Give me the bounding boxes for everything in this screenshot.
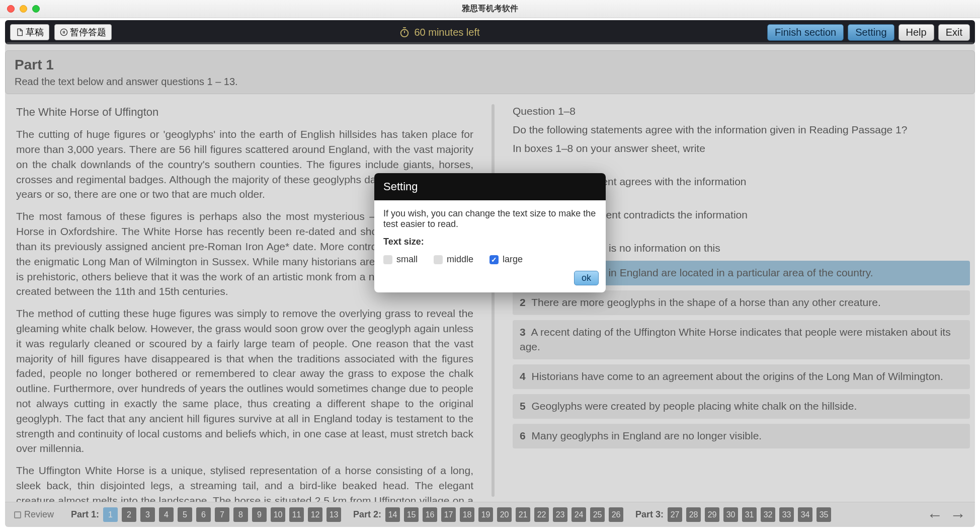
window-title: 雅思哥机考软件 — [462, 4, 518, 14]
timer-text: 60 minutes left — [414, 27, 479, 38]
maximize-window-button[interactable] — [32, 5, 40, 13]
modal-overlay[interactable]: Setting If you wish, you can change the … — [5, 42, 975, 527]
svg-point-0 — [60, 29, 67, 35]
help-button[interactable]: Help — [899, 24, 934, 41]
dialog-footer: ok — [374, 271, 606, 292]
toolbar: 草稿 暂停答题 60 minutes left Finish section S… — [5, 20, 975, 44]
close-window-button[interactable] — [7, 5, 15, 13]
minimize-window-button[interactable] — [20, 5, 27, 13]
stopwatch-icon — [399, 27, 410, 38]
traffic-lights — [0, 5, 40, 13]
pause-label: 暂停答题 — [70, 26, 106, 38]
size-large-checkbox[interactable]: large — [489, 254, 523, 265]
pause-icon — [60, 28, 68, 36]
pause-button[interactable]: 暂停答题 — [54, 24, 112, 40]
finish-section-button[interactable]: Finish section — [767, 24, 844, 41]
window-titlebar: 雅思哥机考软件 — [0, 0, 980, 18]
text-size-options: small middle large — [383, 254, 597, 265]
setting-button[interactable]: Setting — [848, 24, 894, 41]
document-icon — [16, 28, 24, 36]
timer: 60 minutes left — [117, 27, 762, 38]
dialog-text: If you wish, you can change the text siz… — [383, 208, 597, 230]
toolbar-right: Finish section Setting Help Exit — [767, 24, 970, 41]
size-small-checkbox[interactable]: small — [383, 254, 418, 265]
draft-label: 草稿 — [26, 26, 44, 38]
svg-rect-1 — [63, 31, 63, 33]
dialog-body: If you wish, you can change the text siz… — [374, 200, 606, 271]
svg-rect-2 — [64, 31, 65, 33]
ok-button[interactable]: ok — [574, 271, 599, 285]
size-middle-checkbox[interactable]: middle — [434, 254, 473, 265]
draft-button[interactable]: 草稿 — [10, 24, 49, 40]
exit-button[interactable]: Exit — [938, 24, 970, 41]
setting-dialog: Setting If you wish, you can change the … — [374, 173, 606, 292]
dialog-title: Setting — [374, 173, 606, 200]
text-size-label: Text size: — [383, 237, 597, 247]
